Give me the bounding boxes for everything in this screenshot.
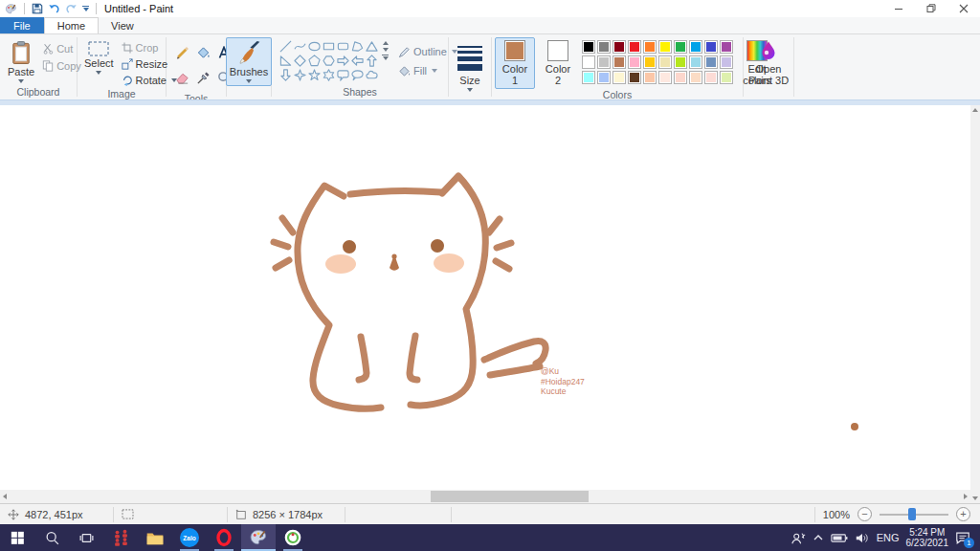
shape-star-6[interactable] [322,68,336,82]
speaker-icon[interactable] [855,532,870,544]
color2-button[interactable]: Color 2 [538,37,578,89]
shape-callout-rounded[interactable] [336,68,350,82]
vertical-scrollbar[interactable] [970,105,980,503]
shape-pentagon[interactable] [307,54,322,68]
paint-app-button[interactable] [241,524,276,551]
shape-rounded-rectangle[interactable] [336,39,350,54]
shape-arrow-down[interactable] [278,68,293,82]
scroll-left-arrow[interactable] [0,494,10,499]
redo-button[interactable] [65,3,78,14]
zalo-app-button[interactable]: Zalo [172,524,207,551]
battery-icon[interactable] [831,533,848,543]
shape-diamond[interactable] [293,54,307,68]
search-button[interactable] [34,524,69,551]
shapes-more-button[interactable] [382,55,389,60]
palette-color-ffffff[interactable] [582,55,595,69]
pencil-tool[interactable] [172,41,191,64]
palette-color-a349a4[interactable] [720,40,733,54]
palette-color-880015[interactable] [612,40,626,54]
shape-triangle[interactable] [365,39,379,54]
people-tray-icon[interactable] [791,531,806,545]
close-button[interactable] [947,0,980,17]
language-indicator[interactable]: ENG [877,532,900,543]
shape-star-4[interactable] [293,68,307,82]
shapes-scroll-up[interactable] [383,41,389,45]
palette-color-fff200[interactable] [658,40,672,54]
zoom-slider[interactable] [880,514,948,516]
palette-color-fbdcc5[interactable] [689,71,702,84]
palette-color-99d9ea[interactable] [689,55,702,69]
horizontal-scroll-thumb[interactable] [431,491,589,502]
restore-button[interactable] [915,0,947,17]
palette-color-ed1c24[interactable] [628,40,641,54]
zoom-out-button[interactable]: − [858,507,872,521]
palette-color-7f7f7f[interactable] [597,40,611,54]
shapes-scroll-down[interactable] [383,48,389,52]
minimize-button[interactable] [882,0,915,17]
shape-callout-cloud[interactable] [365,68,379,82]
file-explorer-button[interactable] [138,524,172,551]
tab-view[interactable]: View [99,17,146,33]
clock[interactable]: 5:24 PM 6/23/2021 [906,527,949,548]
tab-file[interactable]: File [0,17,44,33]
shape-hexagon[interactable] [322,54,336,68]
shape-star-5[interactable] [307,68,322,82]
palette-color-fde8e0[interactable] [658,71,672,84]
tab-home[interactable]: Home [44,17,99,33]
palette-color-fdf6d3[interactable] [612,71,626,84]
eraser-tool[interactable] [172,66,191,89]
palette-color-ffc90e[interactable] [643,55,657,69]
task-view-button[interactable] [69,524,103,551]
shape-arrow-up[interactable] [365,54,379,68]
palette-color-c3c3c3[interactable] [597,55,611,69]
zoom-in-button[interactable]: + [956,507,970,521]
shape-arrow-left[interactable] [350,54,365,68]
opera-app-button[interactable] [207,524,241,551]
coccoc-app-button[interactable] [276,524,310,551]
palette-color-5d3a22[interactable] [628,71,641,84]
open-paint3d-button[interactable]: Open Paint 3D [744,37,793,89]
shape-right-triangle[interactable] [278,54,293,68]
palette-color-ff7f27[interactable] [643,40,657,54]
size-button[interactable]: Size [454,37,486,95]
palette-color-00a2e8[interactable] [689,40,702,54]
palette-color-def0ae[interactable] [720,71,733,84]
shape-rectangle[interactable] [322,39,336,54]
people-app-icon[interactable] [103,524,138,551]
palette-color-fcd7cd[interactable] [674,71,687,84]
shape-ellipse[interactable] [307,39,322,54]
action-center-button[interactable]: 1 [955,531,970,545]
palette-color-a8c4f8[interactable] [597,71,611,84]
palette-color-b5e61d[interactable] [674,55,687,69]
zoom-slider-handle[interactable] [908,508,916,520]
scroll-down-arrow[interactable] [972,496,978,500]
palette-color-000000[interactable] [582,40,595,54]
drawing-canvas[interactable]: @Ku #Hoidap247 Kucute [0,105,970,490]
shape-line[interactable] [278,39,293,54]
palette-color-22b14c[interactable] [674,40,687,54]
save-button[interactable] [32,3,43,14]
shape-callout-oval[interactable] [350,68,365,82]
select-button[interactable]: Select [80,37,118,77]
palette-color-3f48cc[interactable] [704,40,718,54]
start-button[interactable] [0,524,34,551]
scroll-right-arrow[interactable] [961,494,970,499]
shape-arrow-right[interactable] [336,54,350,68]
palette-color-99ffff[interactable] [582,71,595,84]
palette-color-fbc7a8[interactable] [643,71,657,84]
customize-toolbar-dropdown[interactable] [82,6,89,11]
brushes-button[interactable]: Brushes [226,37,272,86]
shape-curve[interactable] [293,39,307,54]
fill-tool[interactable] [193,41,212,64]
scroll-up-arrow[interactable] [972,108,978,112]
palette-color-7092be[interactable] [704,55,718,69]
palette-color-efe4b0[interactable] [658,55,672,69]
palette-color-ffaec9[interactable] [628,55,641,69]
palette-color-b97a57[interactable] [612,55,626,69]
undo-button[interactable] [48,3,60,14]
color-picker-tool[interactable] [193,66,212,89]
horizontal-scrollbar[interactable] [0,490,970,503]
palette-color-fcdcd6[interactable] [704,71,718,84]
paste-button[interactable]: Paste [4,37,38,86]
color1-button[interactable]: Color 1 [495,37,535,89]
